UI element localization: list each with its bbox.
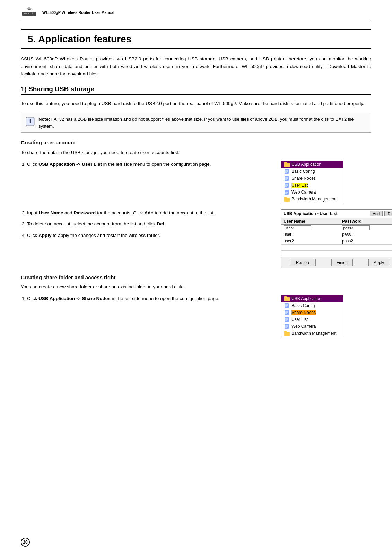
add-button[interactable]: Add	[370, 211, 383, 216]
sidebar-label-share-nodes-1: Share Nodes	[291, 176, 316, 181]
col-username: User Name	[281, 218, 340, 224]
header-title: WL-500gP Wireless Router User Manual	[42, 10, 114, 15]
sidebar-share-nodes-2[interactable]: Share Nodes	[281, 309, 343, 316]
sidebar-label-bandwidth-2: Bandwidth Management	[291, 331, 336, 336]
creating-user-heading: Creating user account	[21, 139, 371, 145]
share-step1-left: Click USB Application -> Share Nodes in …	[21, 295, 273, 306]
step1-item: Click USB Application -> User List in th…	[27, 161, 273, 168]
svg-rect-48	[284, 332, 290, 336]
step2-username-label: User Name	[39, 210, 63, 215]
user2-name-cell: user2	[281, 238, 340, 244]
sidebar-bandwidth-1[interactable]: Bandwidth Management	[281, 196, 343, 203]
apply-button[interactable]: Apply	[368, 259, 389, 266]
sidebar-user-list-2[interactable]: User List	[281, 316, 343, 323]
sidebar-bandwidth-2[interactable]: Bandwidth Management	[281, 330, 343, 337]
share-step1-link: USB Application -> Share Nodes	[38, 296, 111, 301]
note-label: Note:	[38, 117, 50, 122]
svg-rect-3	[28, 13, 29, 14]
steps2-4-left: Input User Name and Password for the acc…	[21, 209, 273, 243]
note-box: i Note: FAT32 has a 2GB file size limita…	[21, 113, 371, 133]
sidebar-user-list-1[interactable]: User List	[281, 182, 343, 189]
user-list-panel: USB Application - User List Add Del User…	[281, 209, 392, 268]
del-button[interactable]: Del	[384, 211, 392, 216]
sidebar-web-camera-1[interactable]: Web Camera	[281, 189, 343, 196]
restore-button[interactable]: Restore	[291, 259, 316, 266]
sidebar-label-web-camera-2: Web Camera	[291, 324, 316, 329]
svg-rect-5	[34, 12, 34, 14]
sidebar-basic-config-2[interactable]: Basic Config	[281, 302, 343, 309]
intro-paragraph: ASUS WL-500gP Wireless Router provides t…	[21, 55, 371, 78]
svg-rect-2	[26, 13, 27, 14]
step1-left: Click USB Application -> User List in th…	[21, 161, 273, 172]
doc-icon-1d	[284, 190, 290, 195]
user-list-buttons: Add Del	[369, 211, 392, 216]
step4-item: Click Apply to apply the changes and res…	[27, 232, 273, 239]
share-step1-section: Click USB Application -> Share Nodes in …	[21, 295, 371, 337]
sidebar-label-basic-config-1: Basic Config	[291, 169, 315, 174]
step1-section: Click USB Application -> User List in th…	[21, 161, 371, 203]
doc-icon-2a	[284, 303, 290, 308]
user1-name-cell: user1	[281, 231, 340, 238]
table-row: user2 pass2	[281, 238, 392, 244]
sidebar-label-web-camera-1: Web Camera	[291, 190, 316, 195]
svg-rect-11	[284, 162, 287, 163]
note-icon: i	[25, 117, 35, 126]
user1-pass-cell: pass1	[340, 231, 392, 238]
user3-pass-input[interactable]	[342, 225, 370, 230]
svg-text:i: i	[29, 119, 31, 125]
step2-item: Input User Name and Password for the acc…	[27, 209, 273, 217]
table-row	[281, 224, 392, 231]
user3-pass-cell	[340, 224, 392, 231]
doc-icon-1a	[284, 169, 290, 174]
folder-icon-1	[284, 162, 290, 167]
sidebar-label-user-list-2: User List	[291, 317, 308, 322]
creating-share-heading: Creating share folder and access right	[21, 274, 371, 280]
folder-icon-2a	[284, 296, 290, 301]
sidebar-menu-1: USB Application Basic Config Share Nodes	[281, 161, 343, 203]
folder-icon-1b	[284, 197, 290, 202]
creating-share-intro: You can create a new share folder or sha…	[21, 283, 371, 291]
doc-icon-2d	[284, 324, 290, 329]
steps2-4-section: Input User Name and Password for the acc…	[21, 209, 371, 268]
sidebar-web-camera-2[interactable]: Web Camera	[281, 323, 343, 330]
sidebar-label-usb-app-2: USB Application	[291, 296, 321, 301]
doc-icon-2c	[284, 317, 290, 322]
svg-rect-31	[284, 296, 287, 298]
sidebar-label-usb-app-1: USB Application	[291, 162, 321, 167]
svg-rect-4	[32, 12, 33, 14]
svg-rect-30	[284, 297, 290, 301]
table-header-row: User Name Password	[281, 218, 392, 224]
user-list-footer: Restore Finish Apply	[281, 257, 392, 268]
col-password: Password	[340, 218, 392, 224]
finish-button[interactable]: Finish	[331, 259, 353, 266]
doc-icon-1b	[284, 176, 290, 181]
steps-2-4-list: Input User Name and Password for the acc…	[21, 209, 273, 239]
user-list-table: User Name Password	[281, 218, 392, 257]
page-number: 20	[21, 538, 30, 547]
user3-name-cell	[281, 224, 340, 231]
steps-list: Click USB Application -> User List in th…	[21, 161, 273, 168]
user-list-title: USB Application - User List	[284, 211, 338, 216]
chapter-title: 5. Application features	[21, 29, 371, 49]
sidebar-label-user-list-1: User List	[291, 183, 308, 188]
svg-rect-49	[284, 331, 287, 332]
user3-name-input[interactable]	[284, 225, 311, 230]
folder-icon-2b	[284, 331, 290, 336]
sidebar-usb-application-2: USB Application	[281, 295, 343, 302]
user2-pass-cell: pass2	[340, 238, 392, 244]
svg-rect-29	[284, 197, 287, 198]
sidebar-share-nodes-1[interactable]: Share Nodes	[281, 175, 343, 182]
share-steps-list: Click USB Application -> Share Nodes in …	[21, 295, 273, 302]
step1-right: USB Application Basic Config Share Nodes	[281, 161, 371, 203]
step2-add-label: Add	[144, 210, 153, 215]
sidebar-usb-application-1: USB Application	[281, 161, 343, 168]
sidebar-basic-config-1[interactable]: Basic Config	[281, 168, 343, 175]
svg-rect-10	[284, 163, 290, 167]
svg-rect-28	[284, 198, 290, 202]
step4-apply-label: Apply	[38, 233, 52, 238]
table-row-empty-1	[281, 244, 392, 250]
share-step1-item: Click USB Application -> Share Nodes in …	[27, 295, 273, 302]
step3-del-label: Del	[157, 221, 164, 227]
creating-user-intro: To share the data in the USB storage, yo…	[21, 149, 371, 156]
section1-text: To use this feature, you need to plug a …	[21, 100, 371, 108]
